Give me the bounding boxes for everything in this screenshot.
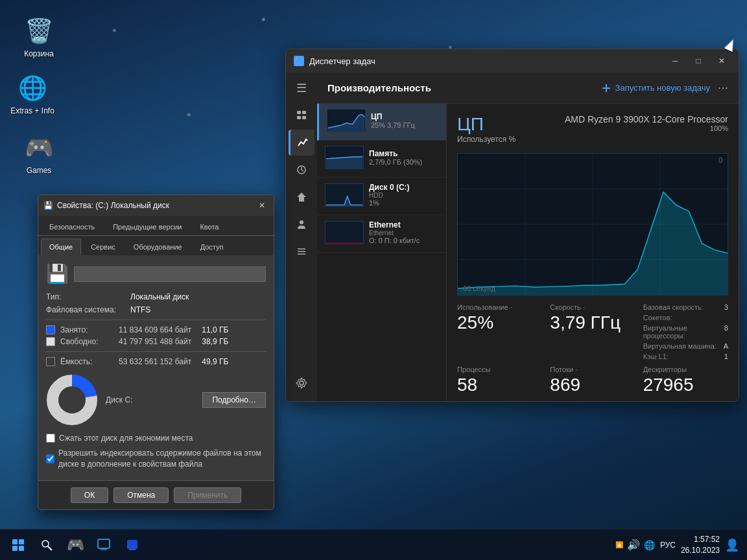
nav-startup-icon[interactable]	[289, 184, 314, 210]
compress-checkbox[interactable]	[46, 434, 55, 443]
perf-item-disk[interactable]: Диск 0 (C:) HDD 1%	[317, 178, 446, 215]
props-detail-button[interactable]: Подробно…	[202, 392, 266, 408]
svg-rect-3	[300, 62, 302, 64]
svg-rect-0	[296, 58, 298, 60]
performance-title: Производительность	[327, 82, 431, 93]
graph-time-label: 60 секунд	[463, 285, 495, 292]
props-total-row: Ёмкость: 53 632 561 152 байт 49,9 ГБ	[46, 357, 266, 366]
svg-point-9	[300, 220, 303, 224]
cpu-title-row: ЦП Используется % AMD Ryzen 9 3900X 12-C…	[457, 114, 728, 145]
performance-body: ЦП 25% 3,79 ГГц	[317, 104, 739, 401]
used-color-indicator	[46, 325, 55, 334]
maximize-button[interactable]: □	[689, 54, 707, 67]
svg-point-35	[42, 541, 49, 547]
svg-rect-34	[19, 546, 24, 551]
taskbar-app-1[interactable]: 🎮	[62, 532, 88, 558]
svg-rect-33	[12, 546, 18, 551]
tray-chevron[interactable]: 🔼	[615, 541, 623, 548]
props-close-button[interactable]: ✕	[255, 199, 268, 212]
cpu-detail-panel: ЦП Используется % AMD Ryzen 9 3900X 12-C…	[447, 104, 739, 401]
props-used-row: Занято: 11 834 609 664 байт 11,0 ГБ	[46, 325, 266, 334]
index-label[interactable]: Разрешить индексировать содержимое файло…	[58, 448, 266, 470]
nav-processes-icon[interactable]	[289, 102, 314, 128]
props-tab-access[interactable]: Доступ	[192, 239, 232, 255]
extras-info-icon: 🌐	[17, 73, 48, 104]
props-tab-general[interactable]: Общие	[41, 239, 81, 255]
nav-history-icon[interactable]	[289, 157, 314, 183]
perf-item-ethernet[interactable]: Ethernet Ethernet О: 0 П: 0 кбит/с	[317, 215, 446, 253]
nav-menu-icon[interactable]: ☰	[289, 75, 314, 101]
stat-speed: Скорость · 3,79 ГГц	[550, 303, 635, 360]
start-button[interactable]	[5, 532, 31, 558]
task-manager-app-icon	[294, 56, 304, 66]
svg-rect-15	[602, 88, 610, 89]
nav-settings-icon[interactable]	[289, 370, 314, 396]
taskbar-right: 🔼 🔊 🌐 РУС 1:57:52 26.10.2023 👤	[615, 534, 747, 556]
taskbar-lang[interactable]: РУС	[660, 541, 676, 550]
props-drive-name-input[interactable]	[74, 266, 266, 282]
compress-label[interactable]: Сжать этот диск для экономии места	[59, 434, 193, 443]
nav-users-icon[interactable]	[289, 211, 314, 237]
perf-item-cpu[interactable]: ЦП 25% 3,79 ГГц	[317, 104, 446, 141]
svg-rect-6	[297, 116, 301, 119]
new-task-button[interactable]: Запустить новую задачу	[601, 83, 710, 93]
svg-rect-40	[129, 549, 136, 550]
props-hdd-icon: 💾	[43, 201, 53, 210]
taskbar-date: 26.10.2023	[681, 545, 720, 556]
props-cancel-button[interactable]: Отмена	[113, 487, 169, 503]
task-manager-content-header: Производительность Запустить новую задач…	[317, 73, 739, 104]
props-tab-hardware[interactable]: Оборудование	[125, 239, 191, 255]
header-actions: Запустить новую задачу ⋯	[601, 82, 728, 94]
nav-performance-icon[interactable]	[289, 130, 314, 156]
desktop-icon-recycle-bin[interactable]: 🗑️ Корзина	[13, 13, 65, 62]
more-options-button[interactable]: ⋯	[718, 82, 728, 94]
stat-usage: Использование · 25%	[457, 303, 542, 360]
notification-icon[interactable]: 👤	[725, 538, 739, 552]
taskbar-app-3[interactable]	[119, 532, 145, 558]
props-tab-security[interactable]: Безопасность	[41, 218, 103, 235]
cpu-mini-graph	[327, 109, 366, 132]
desktop-icon-games[interactable]: 🎮 Games	[13, 130, 65, 179]
stat-processes: Процессы 58	[457, 366, 542, 395]
window-controls: ─ □ ✕	[666, 54, 731, 67]
memory-item-info: Память 2,7/9,0 ГБ (30%)	[369, 149, 438, 166]
props-index-row: Разрешить индексировать содержимое файло…	[46, 448, 266, 470]
properties-dialog: 💾 Свойства: (С:) Локальный диск ✕ Безопа…	[38, 194, 274, 510]
task-manager-sidebar: ☰	[286, 73, 317, 401]
close-button[interactable]: ✕	[713, 54, 731, 67]
stat-uptime: Время работы 0:00:08:50	[457, 401, 542, 401]
taskbar-app-2[interactable]	[91, 532, 117, 558]
taskbar-left: 🎮	[0, 532, 145, 558]
disk-mini-graph	[325, 183, 364, 207]
props-title-area: 💾 Свойства: (С:) Локальный диск	[43, 201, 169, 210]
task-manager-title-text: Диспетчер задач	[309, 56, 375, 66]
props-tab-service[interactable]: Сервис	[82, 239, 124, 255]
disk-item-info: Диск 0 (C:) HDD 1%	[369, 183, 438, 207]
minimize-button[interactable]: ─	[666, 54, 684, 67]
recycle-bin-label: Корзина	[24, 49, 54, 60]
disk-donut-chart	[46, 374, 98, 426]
props-tabs-row1: Безопасность Предыдущие версии Квота	[38, 216, 274, 236]
desktop-icon-extras-info[interactable]: 🌐 Extras + Info	[6, 70, 58, 119]
recycle-bin-icon: 🗑️	[23, 16, 54, 47]
games-icon: 🎮	[23, 132, 54, 163]
props-title-text: Свойства: (С:) Локальный диск	[57, 201, 169, 210]
tray-network-icon[interactable]: 🌐	[644, 540, 655, 550]
svg-rect-32	[19, 539, 24, 544]
props-apply-button[interactable]: Применить	[174, 487, 241, 503]
nav-details-icon[interactable]	[289, 239, 314, 264]
search-button[interactable]	[34, 532, 60, 558]
props-ok-button[interactable]: ОК	[71, 487, 108, 503]
props-drive-icon: 💾	[46, 263, 69, 285]
perf-item-memory[interactable]: Память 2,7/9,0 ГБ (30%)	[317, 141, 446, 178]
svg-rect-39	[127, 540, 137, 549]
props-tab-prev-versions[interactable]: Предыдущие версии	[104, 218, 190, 235]
task-manager-title-area: Диспетчер задач	[294, 56, 375, 66]
index-checkbox[interactable]	[46, 454, 54, 463]
svg-rect-7	[302, 116, 306, 119]
svg-marker-17	[326, 157, 363, 169]
svg-rect-31	[12, 539, 18, 544]
taskbar-clock[interactable]: 1:57:52 26.10.2023	[681, 534, 720, 556]
props-tab-quota[interactable]: Квота	[191, 218, 227, 235]
tray-volume-icon[interactable]: 🔊	[627, 539, 640, 551]
